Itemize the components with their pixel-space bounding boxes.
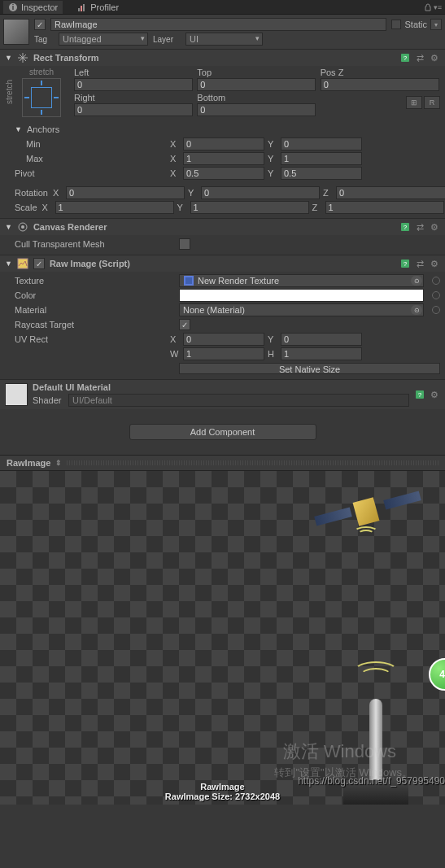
min-label: Min: [15, 139, 165, 149]
foldout-icon[interactable]: ▼: [5, 54, 12, 62]
help-icon[interactable]: ?: [399, 221, 411, 233]
preview-header[interactable]: RawImage ⇕: [0, 455, 445, 471]
info-icon: i: [8, 2, 18, 12]
pivot-x-field[interactable]: [183, 167, 264, 180]
static-checkbox[interactable]: [391, 20, 401, 29]
static-label: Static: [404, 20, 427, 29]
tab-label: Profiler: [90, 2, 119, 12]
help-icon[interactable]: ?: [399, 258, 411, 269]
svg-rect-15: [185, 277, 192, 284]
canvas-renderer-component: ▼ Canvas Renderer ? ⇄ ⚙ Cull Transparent…: [0, 218, 445, 255]
component-enable-checkbox[interactable]: [33, 258, 45, 269]
anchor-preset-button[interactable]: [22, 78, 61, 117]
static-dropdown[interactable]: ▾: [430, 19, 442, 30]
add-component-button[interactable]: Add Component: [129, 424, 316, 440]
name-input[interactable]: [50, 18, 386, 31]
material-preview-icon[interactable]: [5, 383, 28, 406]
min-y-field[interactable]: [281, 137, 362, 150]
svg-rect-4: [83, 4, 85, 11]
material-label: Material: [15, 305, 174, 315]
tab-label: Inspector: [21, 2, 58, 12]
max-label: Max: [15, 154, 165, 164]
raycast-label: Raycast Target: [15, 320, 174, 329]
override-indicator: [432, 277, 440, 285]
min-x-field[interactable]: [183, 137, 264, 150]
component-title: Canvas Renderer: [33, 222, 395, 232]
svg-rect-3: [81, 6, 82, 11]
context-menu-icon[interactable]: ▾≡: [434, 3, 442, 11]
rot-z-field[interactable]: [336, 186, 445, 199]
tab-profiler[interactable]: Profiler: [72, 1, 124, 14]
uv-h-field[interactable]: [281, 347, 362, 360]
rot-x-field[interactable]: [66, 186, 185, 199]
layer-dropdown[interactable]: UI: [185, 33, 263, 46]
tag-label: Tag: [34, 35, 54, 44]
scale-x-field[interactable]: [55, 201, 174, 214]
uv-x-field[interactable]: [183, 333, 264, 346]
material-field[interactable]: None (Material) ⊙: [179, 303, 424, 316]
gear-icon[interactable]: ⚙: [429, 389, 440, 400]
preview-title: RawImage: [7, 458, 50, 468]
help-icon[interactable]: ?: [414, 389, 425, 400]
max-x-field[interactable]: [183, 152, 264, 165]
anchors-label: Anchors: [27, 124, 173, 134]
tag-dropdown[interactable]: Untagged: [59, 33, 148, 46]
right-field[interactable]: [74, 103, 193, 116]
uvrect-label: UV Rect: [15, 334, 165, 344]
left-field[interactable]: [74, 78, 193, 91]
anchors-foldout[interactable]: ▼: [15, 125, 22, 133]
cull-label: Cull Transparent Mesh: [15, 239, 174, 249]
posz-field[interactable]: [321, 78, 439, 91]
scale-label: Scale: [15, 203, 37, 212]
foldout-icon[interactable]: ▼: [5, 223, 12, 231]
uv-w-field[interactable]: [183, 347, 264, 360]
presets-icon[interactable]: ⇄: [414, 221, 425, 233]
object-picker-icon[interactable]: ⊙: [411, 276, 422, 286]
svg-text:?: ?: [404, 55, 408, 62]
preview-resize-handle[interactable]: [67, 460, 438, 465]
preview-size-label: RawImage Size: 2732x2048: [0, 792, 445, 801]
gear-icon[interactable]: ⚙: [429, 52, 440, 63]
set-native-size-button[interactable]: Set Native Size: [179, 363, 440, 374]
canvas-renderer-icon: [17, 221, 28, 233]
lock-icon: [424, 3, 432, 11]
material-name: Default UI Material: [33, 382, 409, 392]
gear-icon[interactable]: ⚙: [429, 221, 440, 233]
max-y-field[interactable]: [281, 152, 362, 165]
texture-field[interactable]: New Render Texture ⊙: [179, 274, 424, 287]
presets-icon[interactable]: ⇄: [414, 258, 425, 269]
scale-z-field[interactable]: [325, 201, 444, 214]
foldout-icon[interactable]: ▼: [5, 260, 12, 268]
shader-dropdown[interactable]: UI/Default: [68, 394, 409, 407]
panel-menu[interactable]: ▾≡: [424, 3, 442, 11]
cull-checkbox[interactable]: [179, 238, 190, 250]
help-icon[interactable]: ?: [399, 52, 411, 63]
blueprint-mode-button[interactable]: ⊞: [406, 96, 422, 109]
stretch-h-label: stretch: [29, 68, 54, 76]
rot-y-field[interactable]: [201, 186, 320, 199]
top-field[interactable]: [197, 78, 316, 91]
raw-image-component: ▼ Raw Image (Script) ? ⇄ ⚙ Texture New R…: [0, 255, 445, 379]
tab-inspector[interactable]: i Inspector: [3, 1, 63, 14]
color-field[interactable]: [179, 289, 424, 302]
object-picker-icon[interactable]: ⊙: [411, 305, 422, 315]
render-texture-icon: [183, 275, 194, 286]
gear-icon[interactable]: ⚙: [429, 258, 440, 269]
bottom-field[interactable]: [197, 103, 316, 116]
uv-y-field[interactable]: [281, 333, 362, 346]
posz-label: Pos Z: [321, 68, 440, 77]
layer-label: Layer: [153, 35, 181, 44]
presets-icon[interactable]: ⇄: [414, 52, 425, 63]
component-title: Raw Image (Script): [50, 259, 395, 268]
stretch-v-label: stretch: [5, 80, 14, 104]
preview-area: 47 激活 Windows 转到"设置"以激活 Windows。 https:/…: [0, 471, 445, 805]
active-checkbox[interactable]: [34, 19, 46, 30]
raycast-checkbox[interactable]: [179, 319, 190, 330]
object-header: Static ▾ Tag Untagged Layer UI: [0, 15, 445, 49]
gameobject-icon[interactable]: [3, 19, 29, 45]
raw-edit-button[interactable]: R: [424, 96, 440, 109]
scale-y-field[interactable]: [190, 201, 309, 214]
pivot-y-field[interactable]: [281, 167, 362, 180]
left-label: Left: [74, 68, 194, 77]
preview-badge: 47: [429, 658, 445, 691]
